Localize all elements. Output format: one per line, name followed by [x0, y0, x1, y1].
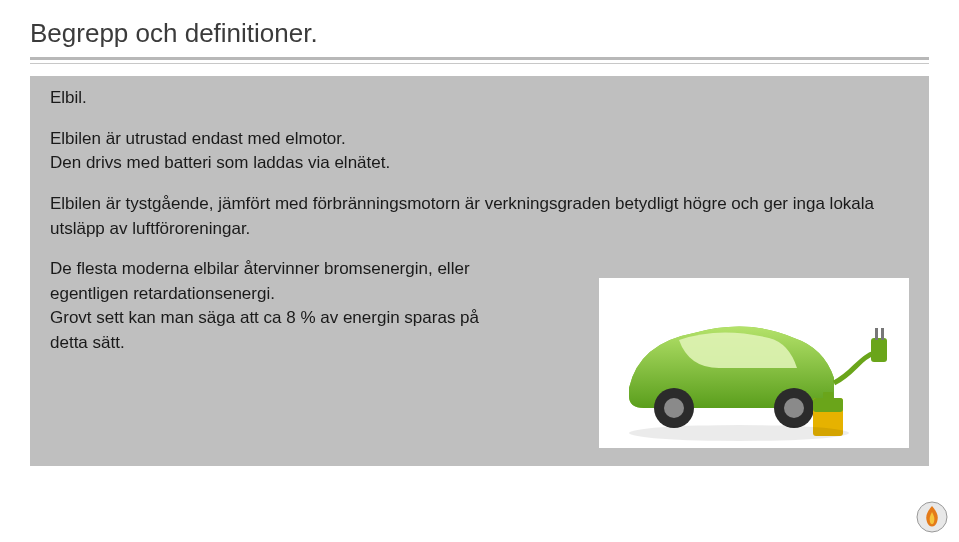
- svg-rect-7: [881, 328, 884, 340]
- sentence-2: Den drivs med batteri som laddas via eln…: [50, 153, 390, 172]
- divider-thin: [30, 63, 929, 64]
- svg-rect-5: [871, 338, 887, 362]
- svg-point-2: [664, 398, 684, 418]
- svg-rect-10: [823, 392, 833, 398]
- corner-logo-icon: [915, 500, 949, 534]
- svg-point-11: [629, 425, 849, 441]
- svg-rect-9: [813, 398, 843, 412]
- divider-thick: [30, 57, 929, 60]
- slide: Begrepp och definitioner. Elbil. Elbilen…: [0, 0, 959, 542]
- paragraph-3: De flesta moderna elbilar återvinner bro…: [50, 257, 520, 356]
- svg-point-4: [784, 398, 804, 418]
- electric-car-image: [599, 278, 909, 448]
- paragraph-1: Elbilen är utrustad endast med elmotor. …: [50, 127, 900, 176]
- sentence-5: Grovt sett kan man säga att ca 8 % av en…: [50, 308, 479, 352]
- content-band: Elbil. Elbilen är utrustad endast med el…: [30, 76, 929, 466]
- subtitle: Elbil.: [50, 86, 909, 111]
- paragraph-2: Elbilen är tystgående, jämfört med förbr…: [50, 192, 900, 241]
- svg-rect-6: [875, 328, 878, 340]
- sentence-4: De flesta moderna elbilar återvinner bro…: [50, 259, 470, 303]
- slide-title: Begrepp och definitioner.: [30, 18, 929, 49]
- sentence-1: Elbilen är utrustad endast med elmotor.: [50, 129, 346, 148]
